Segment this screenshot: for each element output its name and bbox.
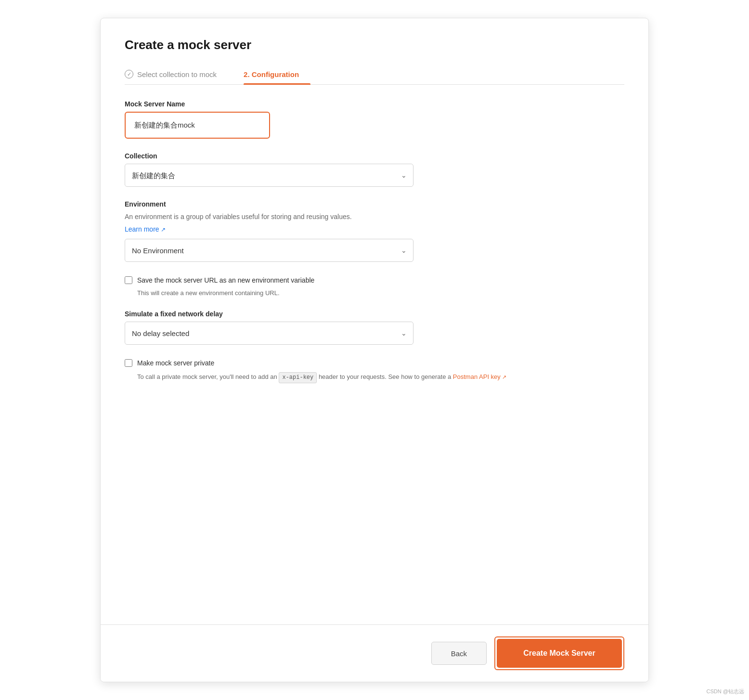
api-key-badge: x-api-key: [279, 372, 317, 383]
mock-server-name-highlight: [125, 112, 270, 139]
save-url-checkbox[interactable]: [125, 276, 132, 284]
private-section: Make mock server private To call a priva…: [125, 358, 624, 383]
mock-server-name-label: Mock Server Name: [125, 100, 624, 108]
save-url-section: Save the mock server URL as an new envir…: [125, 275, 624, 297]
collection-label: Collection: [125, 152, 624, 160]
check-circle-icon: ✓: [125, 70, 133, 78]
tab-configuration[interactable]: 2. Configuration: [244, 65, 310, 84]
environment-select[interactable]: No Environment: [125, 239, 413, 262]
back-button[interactable]: Back: [431, 642, 487, 665]
save-url-sublabel: This will create a new environment conta…: [137, 289, 624, 297]
collection-select[interactable]: 新创建的集合: [125, 164, 413, 187]
environment-section: Environment An environment is a group of…: [125, 200, 624, 262]
private-checkbox-row: Make mock server private: [125, 358, 624, 368]
create-button-highlight: Create Mock Server: [494, 636, 624, 670]
environment-label: Environment: [125, 200, 624, 208]
collection-section: Collection 新创建的集合 ⌄: [125, 152, 624, 187]
postman-api-key-link[interactable]: Postman API key: [453, 373, 506, 380]
mock-server-name-input[interactable]: [128, 115, 267, 136]
create-mock-server-button[interactable]: Create Mock Server: [497, 639, 622, 668]
page-title: Create a mock server: [125, 38, 624, 52]
modal-body: Create a mock server ✓ Select collection…: [101, 18, 648, 624]
private-description: To call a private mock server, you'll ne…: [137, 372, 624, 383]
tab-select-collection[interactable]: ✓ Select collection to mock: [125, 64, 228, 84]
save-url-checkbox-row: Save the mock server URL as an new envir…: [125, 275, 624, 285]
private-checkbox[interactable]: [125, 359, 132, 367]
watermark: CSDN @钻志远: [707, 688, 744, 695]
tabs-row: ✓ Select collection to mock 2. Configura…: [125, 64, 624, 85]
save-url-label: Save the mock server URL as an new envir…: [137, 275, 314, 285]
modal-container: Create a mock server ✓ Select collection…: [100, 18, 649, 682]
tab-configuration-label: 2. Configuration: [244, 70, 299, 78]
modal-footer: Back Create Mock Server: [101, 624, 648, 682]
private-label: Make mock server private: [137, 358, 214, 368]
private-desc-part1: To call a private mock server, you'll ne…: [137, 373, 277, 380]
mock-server-name-section: Mock Server Name: [125, 100, 624, 139]
private-desc-part2: header to your requests. See how to gene…: [319, 373, 451, 380]
collection-select-wrapper: 新创建的集合 ⌄: [125, 164, 413, 187]
tab-select-collection-label: Select collection to mock: [137, 70, 217, 78]
network-delay-section: Simulate a fixed network delay No delay …: [125, 310, 624, 345]
network-delay-select[interactable]: No delay selected 2G (300 ms) 3G (100 ms…: [125, 322, 413, 345]
network-delay-label: Simulate a fixed network delay: [125, 310, 624, 318]
learn-more-link[interactable]: Learn more: [125, 225, 166, 233]
environment-description: An environment is a group of variables u…: [125, 212, 624, 222]
network-delay-select-wrapper: No delay selected 2G (300 ms) 3G (100 ms…: [125, 322, 413, 345]
environment-select-wrapper: No Environment ⌄: [125, 239, 413, 262]
